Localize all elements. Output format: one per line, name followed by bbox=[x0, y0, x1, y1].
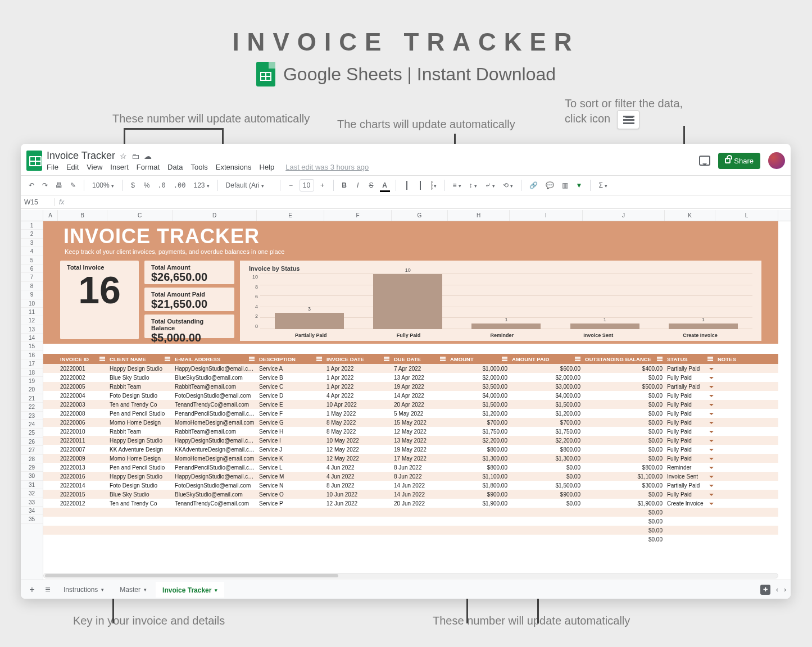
menu-tools[interactable]: Tools bbox=[190, 163, 207, 171]
merge-button[interactable] bbox=[429, 180, 439, 191]
th-balance[interactable]: OUTSTANDING BALANCE bbox=[583, 356, 665, 362]
table-row[interactable]: 20220010Rabbit TeamRabbitTeam@email.comS… bbox=[43, 427, 778, 436]
th-status[interactable]: STATUS bbox=[665, 356, 715, 362]
status-cell[interactable]: Fully Paid bbox=[665, 438, 715, 444]
table-row[interactable]: 20220013Pen and Pencil StudioPenandPenci… bbox=[43, 463, 778, 472]
menu-extensions[interactable]: Extensions bbox=[216, 163, 252, 171]
status-cell[interactable]: Partially Paid bbox=[665, 482, 715, 489]
comments-icon[interactable] bbox=[699, 156, 710, 166]
dropdown-icon[interactable] bbox=[709, 503, 714, 507]
status-cell[interactable]: Fully Paid bbox=[665, 446, 715, 453]
dropdown-icon[interactable] bbox=[709, 422, 714, 426]
menu-view[interactable]: View bbox=[87, 163, 102, 171]
menu-help[interactable]: Help bbox=[259, 163, 274, 171]
th-amount[interactable]: AMOUNT bbox=[448, 356, 510, 362]
table-row[interactable]: 20220004Foto Design StudioFotoDesignStud… bbox=[43, 391, 778, 400]
dropdown-icon[interactable] bbox=[709, 449, 714, 453]
filter-icon[interactable] bbox=[384, 356, 389, 362]
filter-icon[interactable] bbox=[707, 356, 713, 362]
print-button[interactable]: 🖶 bbox=[53, 180, 65, 191]
dropdown-icon[interactable] bbox=[709, 404, 714, 408]
menu-insert[interactable]: Insert bbox=[110, 163, 129, 171]
tab-master[interactable]: Master▾ bbox=[113, 582, 153, 597]
dropdown-icon[interactable] bbox=[709, 476, 714, 480]
dropdown-icon[interactable] bbox=[709, 395, 714, 399]
column-headers[interactable]: ABC DEF GHI JKL bbox=[43, 210, 791, 221]
filter-icon[interactable] bbox=[249, 356, 255, 362]
link-button[interactable]: 🔗 bbox=[527, 180, 540, 191]
account-avatar[interactable] bbox=[768, 152, 785, 169]
format-currency-button[interactable]: $ bbox=[128, 180, 138, 191]
italic-button[interactable]: I bbox=[353, 180, 363, 191]
menu-file[interactable]: File bbox=[47, 163, 58, 171]
undo-button[interactable]: ↶ bbox=[26, 180, 37, 191]
text-color-button[interactable]: A bbox=[380, 180, 390, 191]
status-cell[interactable]: Fully Paid bbox=[665, 411, 715, 417]
decrease-decimal-button[interactable]: .0 bbox=[155, 180, 167, 191]
horizontal-scrollbar[interactable] bbox=[43, 573, 778, 578]
status-cell[interactable]: Fully Paid bbox=[665, 393, 715, 399]
th-client[interactable]: CLIENT NAME bbox=[107, 356, 173, 362]
table-row[interactable]: $0.00 bbox=[43, 517, 778, 526]
explore-button[interactable] bbox=[760, 585, 770, 595]
sheets-doc-icon[interactable] bbox=[26, 151, 42, 171]
font-size-increase[interactable]: + bbox=[317, 180, 328, 191]
th-invoice-date[interactable]: INVOICE DATE bbox=[324, 356, 392, 362]
filter-icon[interactable] bbox=[165, 356, 170, 362]
all-sheets-button[interactable]: ≡ bbox=[41, 585, 55, 595]
wrap-button[interactable]: ⤶ bbox=[483, 180, 497, 191]
table-row[interactable]: 20220009Momo Home DesignMomoHomeDesign@e… bbox=[43, 454, 778, 463]
v-align-button[interactable]: ↕ bbox=[467, 180, 479, 191]
font-select[interactable]: Default (Ari bbox=[224, 180, 274, 191]
dropdown-icon[interactable] bbox=[709, 458, 714, 462]
table-row[interactable]: 20220001Happy Design StudioHappyDesignSt… bbox=[43, 364, 778, 373]
chart-button[interactable]: ▥ bbox=[560, 180, 570, 191]
status-cell[interactable]: Invoice Sent bbox=[665, 473, 715, 480]
status-cell[interactable]: Fully Paid bbox=[665, 420, 715, 426]
filter-icon[interactable] bbox=[99, 356, 105, 362]
dropdown-icon[interactable] bbox=[709, 386, 714, 390]
rotate-button[interactable]: ⟲ bbox=[501, 180, 515, 191]
filter-icon[interactable] bbox=[575, 356, 580, 362]
format-percent-button[interactable]: % bbox=[142, 180, 152, 191]
status-cell[interactable]: Create Invoice bbox=[665, 500, 715, 507]
table-row[interactable]: $0.00 bbox=[43, 508, 778, 517]
scroll-right-button[interactable]: › bbox=[784, 586, 786, 594]
table-row[interactable]: $0.00 bbox=[43, 526, 778, 535]
borders-button[interactable] bbox=[415, 180, 425, 191]
dropdown-icon[interactable] bbox=[709, 377, 714, 381]
status-cell[interactable]: Fully Paid bbox=[665, 402, 715, 408]
increase-decimal-button[interactable]: .00 bbox=[171, 180, 188, 191]
dropdown-icon[interactable] bbox=[709, 485, 714, 489]
more-formats-button[interactable]: 123 bbox=[192, 180, 212, 191]
th-invoice-id[interactable]: INVOICE ID bbox=[58, 356, 107, 362]
filter-icon[interactable] bbox=[657, 356, 663, 362]
comment-button[interactable]: 💬 bbox=[543, 180, 556, 191]
zoom-select[interactable]: 100% bbox=[90, 180, 116, 191]
table-row[interactable]: 20220007KK Adventure DesignKKAdventureDe… bbox=[43, 445, 778, 454]
filter-icon[interactable] bbox=[316, 356, 322, 362]
filter-icon[interactable] bbox=[440, 356, 446, 362]
redo-button[interactable]: ↷ bbox=[40, 180, 50, 191]
table-row[interactable]: 20220015Blue Sky StudioBlueSkyStudio@ema… bbox=[43, 490, 778, 499]
table-row[interactable]: 20220016Happy Design StudioHappyDesignSt… bbox=[43, 472, 778, 481]
table-row[interactable]: 20220005Rabbit TeamRabbitTeam@email.comS… bbox=[43, 382, 778, 391]
paint-format-button[interactable]: ✎ bbox=[68, 180, 78, 191]
dropdown-icon[interactable] bbox=[709, 431, 714, 435]
status-cell[interactable]: Fully Paid bbox=[665, 455, 715, 462]
strike-button[interactable]: S bbox=[366, 180, 376, 191]
h-align-button[interactable]: ≡ bbox=[451, 180, 464, 191]
table-row[interactable]: 20220008Pen and Pencil StudioPenandPenci… bbox=[43, 409, 778, 418]
bold-button[interactable]: B bbox=[339, 180, 350, 191]
dropdown-icon[interactable] bbox=[709, 440, 714, 444]
table-row[interactable]: 20220006Momo Home DesignMomoHomeDesign@e… bbox=[43, 418, 778, 427]
th-due[interactable]: DUE DATE bbox=[392, 356, 448, 362]
filter-button[interactable]: ▼ bbox=[574, 180, 585, 191]
share-button[interactable]: Share bbox=[718, 153, 760, 169]
dropdown-icon[interactable] bbox=[709, 467, 714, 471]
tab-invoice-tracker[interactable]: Invoice Tracker▾ bbox=[156, 582, 224, 598]
dropdown-icon[interactable] bbox=[709, 413, 714, 417]
table-row[interactable]: 20220011Happy Design StudioHappyDesignSt… bbox=[43, 436, 778, 445]
status-cell[interactable]: Partially Paid bbox=[665, 366, 715, 372]
th-email[interactable]: E-MAIL ADDRESS bbox=[173, 356, 257, 362]
